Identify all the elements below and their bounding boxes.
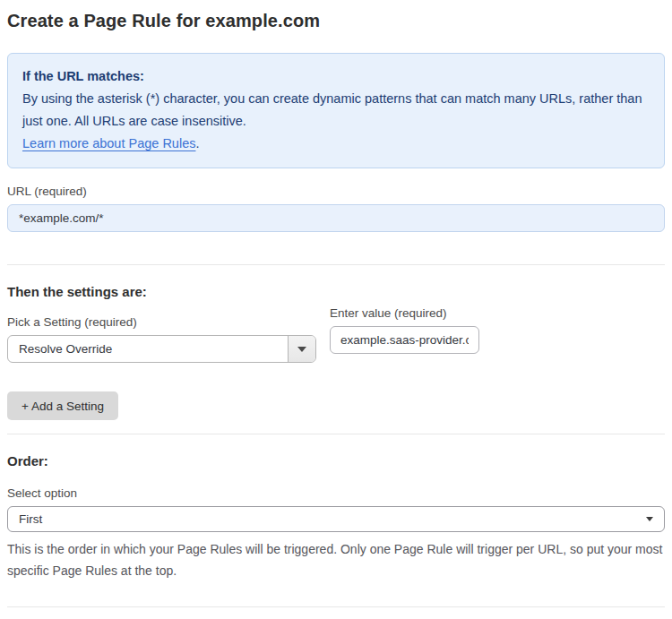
setting-picker-dropdown[interactable]: Resolve Override (7, 335, 316, 363)
divider (7, 264, 665, 265)
divider (7, 434, 665, 434)
create-page-rule-panel: Create a Page Rule for example.com If th… (0, 0, 672, 619)
url-match-info-box: If the URL matches: By using the asteris… (7, 53, 665, 168)
link-suffix: . (195, 136, 199, 150)
setting-value-input[interactable] (330, 326, 479, 354)
page-title: Create a Page Rule for example.com (7, 11, 665, 31)
settings-row: Pick a Setting (required) Resolve Overri… (7, 299, 665, 363)
order-select-dropdown[interactable]: First (7, 506, 665, 532)
chevron-down-icon (297, 347, 306, 352)
info-box-heading: If the URL matches: (22, 65, 650, 88)
order-section-heading: Order: (7, 453, 665, 469)
chevron-down-icon (646, 517, 653, 521)
order-help-text: This is the order in which your Page Rul… (7, 538, 663, 581)
setting-value-column: Enter value (required) (330, 306, 479, 354)
add-setting-button[interactable]: + Add a Setting (7, 391, 118, 420)
url-input[interactable] (7, 204, 665, 232)
url-field-label: URL (required) (7, 185, 665, 198)
setting-value-label: Enter value (required) (330, 306, 479, 320)
info-box-body: By using the asterisk (*) character, you… (22, 88, 650, 133)
settings-section-heading: Then the settings are: (7, 284, 665, 299)
order-select-label: Select option (7, 486, 665, 500)
setting-picker-arrow-button[interactable] (288, 336, 315, 362)
setting-picker-column: Pick a Setting (required) Resolve Overri… (7, 299, 316, 363)
learn-more-link[interactable]: Learn more about Page Rules (22, 136, 195, 150)
order-selected-value: First (19, 512, 42, 526)
info-box-link-line: Learn more about Page Rules. (22, 133, 650, 155)
setting-picker-label: Pick a Setting (required) (7, 315, 316, 329)
setting-picker-selected-value: Resolve Override (8, 336, 288, 362)
divider (7, 606, 665, 607)
